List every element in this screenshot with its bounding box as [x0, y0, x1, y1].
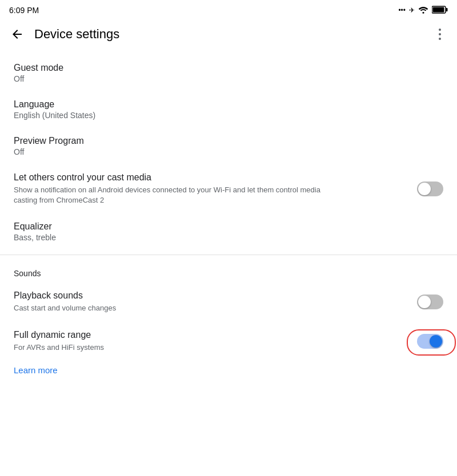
more-options-button[interactable]	[427, 22, 452, 47]
learn-more-text[interactable]: Learn more	[0, 361, 71, 384]
playback-sounds-thumb	[418, 296, 431, 308]
playback-sounds-text: Playback sounds Cast start and volume ch…	[14, 291, 408, 313]
equalizer-setting[interactable]: Equalizer Bass, treble	[0, 213, 457, 250]
playback-sounds-toggle-container[interactable]	[417, 295, 443, 309]
wifi-icon	[418, 6, 428, 15]
let-others-control-text: Let others control your cast media Show …	[14, 172, 408, 205]
let-others-control-setting[interactable]: Let others control your cast media Show …	[0, 164, 457, 213]
status-time: 6:09 PM	[9, 6, 39, 15]
playback-sounds-description: Cast start and volume changes	[14, 303, 345, 313]
preview-program-label: Preview Program	[14, 136, 443, 146]
let-others-control-thumb	[418, 183, 431, 195]
preview-program-value: Off	[14, 147, 443, 156]
guest-mode-setting[interactable]: Guest mode Off	[0, 55, 457, 91]
let-others-control-toggle[interactable]	[417, 181, 443, 196]
status-icons: ••• ✈	[398, 6, 448, 15]
page-title: Device settings	[34, 27, 427, 42]
playback-sounds-toggle[interactable]	[417, 295, 443, 309]
full-dynamic-range-toggle-container[interactable]	[417, 334, 443, 349]
full-dynamic-range-description: For AVRs and HiFi systems	[14, 342, 345, 353]
learn-more-link[interactable]: Learn more	[0, 361, 457, 384]
battery-icon	[432, 6, 448, 15]
language-value: English (United States)	[14, 111, 443, 120]
airplane-mode-icon: ✈	[409, 6, 415, 14]
playback-sounds-setting[interactable]: Playback sounds Cast start and volume ch…	[0, 283, 457, 321]
let-others-control-description: Show a notification on all Android devic…	[14, 185, 345, 205]
full-dynamic-range-thumb	[430, 335, 442, 348]
equalizer-value: Bass, treble	[14, 233, 443, 242]
guest-mode-value: Off	[14, 74, 443, 83]
language-setting[interactable]: Language English (United States)	[0, 91, 457, 128]
preview-program-setting[interactable]: Preview Program Off	[0, 128, 457, 164]
guest-mode-label: Guest mode	[14, 63, 443, 73]
full-dynamic-range-label: Full dynamic range	[14, 330, 408, 340]
let-others-control-toggle-container[interactable]	[417, 181, 443, 196]
section-divider	[0, 255, 457, 255]
let-others-control-label: Let others control your cast media	[14, 172, 408, 183]
playback-sounds-label: Playback sounds	[14, 291, 408, 301]
svg-rect-3	[433, 7, 444, 12]
svg-point-0	[423, 11, 424, 13]
app-bar: Device settings	[0, 18, 457, 50]
back-button[interactable]	[5, 22, 30, 47]
full-dynamic-range-toggle[interactable]	[417, 334, 443, 349]
signal-dots-icon: •••	[398, 6, 406, 14]
sounds-section-header: Sounds	[0, 260, 457, 283]
settings-content: Guest mode Off Language English (United …	[0, 50, 457, 389]
status-bar: 6:09 PM ••• ✈	[0, 0, 457, 18]
full-dynamic-range-text: Full dynamic range For AVRs and HiFi sys…	[14, 330, 408, 353]
equalizer-label: Equalizer	[14, 221, 443, 232]
full-dynamic-range-setting[interactable]: Full dynamic range For AVRs and HiFi sys…	[0, 322, 457, 361]
three-dots-icon	[439, 29, 441, 40]
svg-rect-2	[446, 8, 448, 11]
language-label: Language	[14, 99, 443, 110]
